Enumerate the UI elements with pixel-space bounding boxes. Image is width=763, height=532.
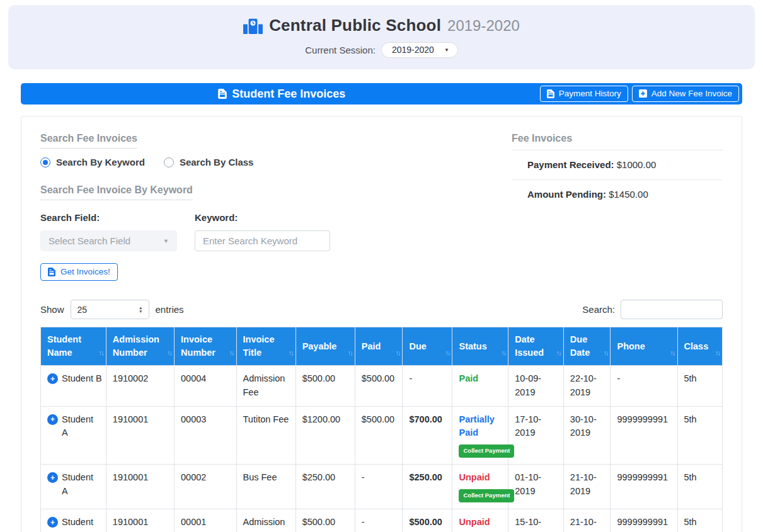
cell-invoice-number: 00002 bbox=[175, 465, 236, 509]
cell-due: $250.00 bbox=[403, 465, 452, 509]
column-header-invoice-number[interactable]: Invoice Number↑↓ bbox=[175, 327, 236, 366]
cell-phone: 9999999991 bbox=[611, 509, 677, 532]
collect-payment-button[interactable]: Collect Payment bbox=[459, 489, 514, 502]
file-invoice-icon bbox=[48, 268, 55, 276]
cell-invoice-number: 00003 bbox=[175, 406, 236, 465]
column-header-student-name[interactable]: Student Name↑↓ bbox=[41, 327, 106, 366]
search-field-select[interactable]: Select Search Field ▼ bbox=[40, 230, 177, 251]
main-content-card: Search Fee Invoices Search By Keyword Se… bbox=[21, 116, 742, 532]
column-header-due[interactable]: Due↑↓ bbox=[403, 327, 452, 366]
cell-paid: $500.00 bbox=[355, 406, 403, 465]
collect-payment-button[interactable]: Collect Payment bbox=[459, 444, 514, 458]
payment-history-button[interactable]: Payment History bbox=[540, 86, 628, 102]
cell-phone: - bbox=[611, 366, 677, 407]
up-down-arrows-icon: ▲▼ bbox=[139, 306, 142, 314]
column-header-paid[interactable]: Paid↑↓ bbox=[355, 327, 403, 366]
column-header-date-issued[interactable]: Date Issued↑↓ bbox=[508, 327, 564, 366]
cell-invoice-title: Bus Fee bbox=[236, 465, 295, 509]
radio-search-by-class[interactable]: Search By Class bbox=[164, 157, 254, 167]
column-header-admission-number[interactable]: Admission Number↑↓ bbox=[106, 327, 174, 366]
sort-icon: ↑↓ bbox=[556, 348, 561, 358]
expand-row-icon[interactable]: + bbox=[47, 414, 58, 425]
amount-pending-row: Amount Pending: $1450.00 bbox=[512, 180, 723, 209]
get-invoices-button[interactable]: Get Invoices! bbox=[40, 263, 118, 281]
cell-phone: 9999999991 bbox=[611, 406, 677, 465]
fee-invoices-summary-panel: Fee Invoices Payment Received: $1000.00 … bbox=[512, 133, 723, 281]
column-header-phone[interactable]: Phone↑↓ bbox=[611, 327, 677, 366]
page-title: Student Fee Invoices bbox=[24, 88, 540, 101]
cell-due-date: 21-10-2019 bbox=[563, 509, 611, 532]
cell-payable: $250.00 bbox=[295, 465, 355, 509]
cell-class: 5th bbox=[677, 406, 722, 465]
cell-student-name: Student A bbox=[62, 516, 100, 532]
cell-due-date: 30-10-2019 bbox=[563, 406, 611, 465]
cell-admission-number: 1910001 bbox=[106, 406, 174, 465]
school-name: Central Public School bbox=[269, 16, 441, 35]
table-search-label: Search: bbox=[582, 304, 615, 315]
school-session-year: 2019-2020 bbox=[447, 17, 520, 35]
cell-date-issued: 17-10-2019 bbox=[508, 406, 564, 465]
cell-due-date: 22-10-2019 bbox=[563, 366, 611, 407]
table-row: +Student A 1910001 00003 Tutiton Fee $12… bbox=[41, 406, 723, 465]
cell-status: Paid bbox=[452, 366, 508, 407]
cell-student-name: Student B bbox=[62, 372, 102, 386]
expand-row-icon[interactable]: + bbox=[47, 517, 58, 528]
status-badge: Partially Paid bbox=[459, 413, 502, 441]
keyword-label: Keyword: bbox=[195, 212, 331, 223]
search-field-label: Search Field: bbox=[40, 212, 177, 223]
table-row: +Student A 1910001 00002 Bus Fee $250.00… bbox=[41, 465, 723, 509]
status-badge: Unpaid bbox=[459, 516, 502, 529]
expand-row-icon[interactable]: + bbox=[47, 373, 58, 384]
cell-paid: $500.00 bbox=[355, 366, 403, 407]
sort-icon: ↑↓ bbox=[501, 348, 505, 358]
add-new-fee-invoice-button[interactable]: Add New Fee Invoice bbox=[632, 86, 739, 102]
plus-square-icon bbox=[639, 89, 647, 98]
cell-due-date: 21-10-2019 bbox=[563, 465, 611, 509]
table-search-input[interactable] bbox=[621, 300, 723, 319]
cell-student-name: Student A bbox=[62, 413, 100, 441]
caret-down-icon: ▼ bbox=[163, 238, 169, 244]
column-header-class[interactable]: Class↑↓ bbox=[677, 327, 722, 366]
file-invoice-icon bbox=[547, 89, 554, 98]
sort-icon: ↑↓ bbox=[395, 348, 399, 358]
payment-received-row: Payment Received: $1000.00 bbox=[512, 150, 723, 180]
cell-date-issued: 10-09-2019 bbox=[508, 366, 564, 407]
current-session-label: Current Session: bbox=[305, 45, 376, 55]
session-select[interactable]: 2019-2020 ▼ bbox=[381, 42, 458, 58]
cell-payable: $500.00 bbox=[295, 366, 355, 407]
sort-icon: ↑↓ bbox=[603, 348, 607, 358]
search-fee-invoices-heading: Search Fee Invoices bbox=[40, 133, 137, 149]
cell-due: - bbox=[403, 366, 452, 407]
cell-admission-number: 1910002 bbox=[106, 366, 174, 407]
sort-icon: ↑↓ bbox=[715, 348, 720, 358]
column-header-status[interactable]: Status↑↓ bbox=[452, 327, 508, 366]
table-row: +Student A 1910001 00001 Admission Fee $… bbox=[41, 509, 723, 532]
entries-label: entries bbox=[156, 304, 184, 315]
cell-payable: $1200.00 bbox=[295, 406, 355, 465]
table-header-row: Student Name↑↓ Admission Number↑↓ Invoic… bbox=[41, 327, 723, 366]
radio-unselected-icon[interactable] bbox=[164, 157, 174, 167]
expand-row-icon[interactable]: + bbox=[47, 472, 58, 483]
sort-icon: ↑↓ bbox=[670, 348, 675, 358]
cell-invoice-title: Tutiton Fee bbox=[236, 406, 295, 465]
amount-pending-label: Amount Pending: bbox=[527, 189, 606, 200]
column-header-payable[interactable]: Payable↑↓ bbox=[295, 327, 355, 366]
cell-due: $700.00 bbox=[403, 406, 452, 465]
sort-icon: ↑↓ bbox=[445, 348, 449, 358]
sort-icon: ↑↓ bbox=[99, 348, 103, 358]
cell-due: $500.00 bbox=[403, 509, 452, 532]
cell-status: Partially PaidCollect Payment bbox=[452, 406, 508, 465]
column-header-invoice-title[interactable]: Invoice Title↑↓ bbox=[236, 327, 295, 366]
radio-search-by-keyword[interactable]: Search By Keyword bbox=[40, 157, 145, 167]
keyword-input[interactable] bbox=[195, 230, 330, 251]
cell-invoice-number: 00004 bbox=[175, 366, 236, 407]
radio-selected-icon[interactable] bbox=[40, 157, 50, 167]
file-invoice-icon bbox=[218, 89, 227, 99]
cell-status: UnpaidCollect Payment bbox=[452, 509, 508, 532]
cell-invoice-title: Admission Fee bbox=[236, 366, 295, 407]
column-header-due-date[interactable]: Due Date↑↓ bbox=[563, 327, 611, 366]
sort-icon: ↑↓ bbox=[289, 348, 293, 358]
status-badge: Paid bbox=[459, 373, 478, 383]
payment-received-value: $1000.00 bbox=[617, 159, 657, 170]
entries-per-page-select[interactable]: 25 ▲▼ bbox=[71, 300, 149, 319]
